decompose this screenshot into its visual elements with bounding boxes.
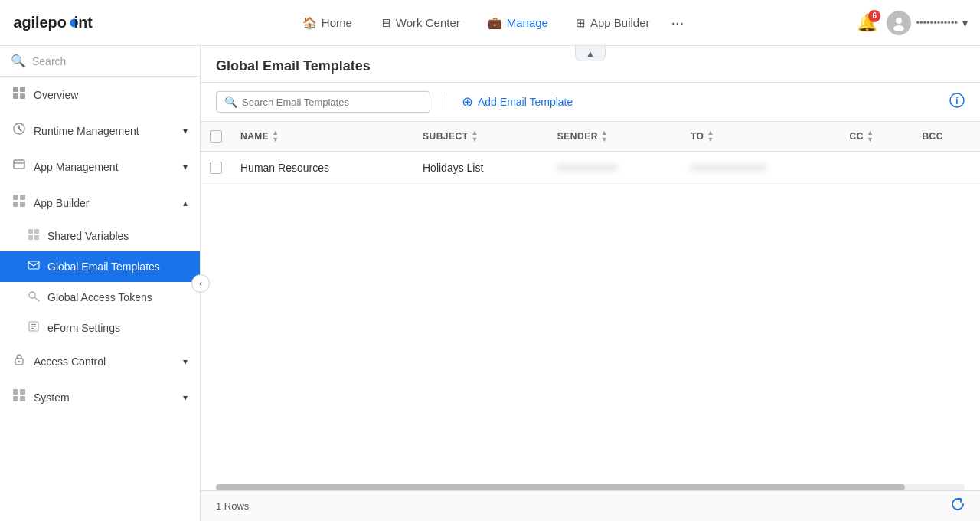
row-checkbox-cell[interactable]	[201, 152, 231, 184]
row-name: Human Resources	[231, 152, 413, 184]
svg-rect-29	[13, 389, 18, 395]
row-sender: ••••••••••••••••	[548, 152, 681, 184]
table-row[interactable]: Human Resources Holidays List ••••••••••…	[201, 152, 980, 184]
runtime-icon	[12, 122, 26, 139]
notification-bell[interactable]: 🔔 6	[857, 13, 877, 33]
svg-rect-15	[20, 202, 25, 207]
nav-links: 🏠 Home 🖥 Work Center 💼 Manage ⊞ App Buil…	[292, 9, 688, 36]
sidebar-item-runtime-management[interactable]: Runtime Management ▾	[0, 113, 200, 149]
search-input[interactable]	[242, 97, 422, 108]
horizontal-scrollbar[interactable]	[216, 484, 965, 490]
svg-rect-18	[28, 235, 33, 240]
sidebar-item-system[interactable]: System ▾	[0, 379, 200, 415]
nav-manage[interactable]: 💼 Manage	[477, 11, 559, 34]
sidebar-item-global-email-templates[interactable]: Global Email Templates	[0, 251, 200, 282]
th-sender[interactable]: SENDER ▲▼	[548, 122, 681, 152]
sidebar-item-app-management[interactable]: App Management ▾	[0, 149, 200, 185]
svg-point-3	[896, 18, 902, 24]
svg-rect-10	[14, 160, 24, 169]
sidebar-access-control-label: Access Control	[34, 356, 106, 368]
top-navigation: agilepo int 🏠 Home 🖥 Work Center 💼 Manag…	[0, 0, 980, 46]
notification-badge: 6	[868, 10, 880, 22]
select-all-checkbox[interactable]	[210, 130, 222, 143]
svg-point-4	[893, 25, 904, 31]
rows-count: 1 Rows	[216, 500, 249, 512]
nav-right: 🔔 6 •••••••••••• ▾	[857, 11, 968, 35]
scrollbar-thumb[interactable]	[216, 484, 905, 490]
svg-rect-32	[20, 396, 25, 401]
sidebar-item-access-control[interactable]: Access Control ▾	[0, 343, 200, 379]
th-to-label: TO	[691, 131, 704, 142]
row-subject: Holidays List	[413, 152, 548, 184]
subject-sort-icon: ▲▼	[472, 129, 479, 143]
svg-point-28	[18, 361, 21, 363]
th-bcc: BCC	[913, 122, 980, 152]
grid-icon: ⊞	[576, 16, 586, 30]
sidebar-item-app-builder[interactable]: App Builder ▴	[0, 185, 200, 221]
nav-appbuilder-label: App Builder	[590, 16, 650, 29]
user-menu-button[interactable]: •••••••••••• ▾	[887, 11, 968, 35]
nav-home[interactable]: 🏠 Home	[292, 11, 363, 34]
th-to[interactable]: TO ▲▼	[681, 122, 841, 152]
nav-appbuilder[interactable]: ⊞ App Builder	[565, 11, 661, 34]
sidebar-system-label: System	[34, 392, 70, 404]
svg-rect-20	[28, 261, 39, 269]
access-tokens-icon	[28, 290, 40, 305]
search-icon: 🔍	[224, 96, 237, 108]
runtime-chevron-icon: ▾	[183, 126, 188, 136]
th-subject-label: SUBJECT	[423, 131, 469, 142]
sidebar-item-shared-variables[interactable]: Shared Variables	[0, 221, 200, 251]
search-input-wrap[interactable]: 🔍	[216, 91, 430, 113]
refresh-button[interactable]	[951, 497, 965, 515]
access-control-icon	[12, 352, 26, 370]
system-icon	[12, 388, 26, 406]
overview-icon	[12, 86, 26, 103]
sidebar-item-global-access-tokens[interactable]: Global Access Tokens	[0, 282, 200, 313]
svg-text:int: int	[74, 14, 93, 31]
th-cc[interactable]: CC ▲▼	[841, 122, 913, 152]
add-icon: ⊕	[462, 93, 473, 110]
user-chevron-icon: ▾	[962, 17, 968, 29]
svg-rect-6	[20, 87, 25, 92]
content-area: ▲ Global Email Templates 🔍 ⊕ Add Email T…	[201, 46, 980, 521]
svg-rect-7	[13, 93, 18, 99]
sidebar-appmanagement-label: App Management	[34, 161, 119, 173]
th-subject[interactable]: SUBJECT ▲▼	[413, 122, 548, 152]
nav-workcenter-label: Work Center	[396, 16, 460, 29]
th-name[interactable]: NAME ▲▼	[231, 122, 413, 152]
sidebar-item-eform-settings[interactable]: eForm Settings	[0, 313, 200, 343]
panel-collapse-toggle[interactable]: ▲	[575, 46, 606, 61]
table-footer: 1 Rows	[201, 490, 980, 521]
svg-rect-17	[34, 229, 39, 234]
sidebar-search[interactable]: 🔍 Search	[0, 46, 200, 77]
logo[interactable]: agilepo int	[12, 9, 104, 37]
app-builder-icon	[12, 194, 26, 211]
nav-home-label: Home	[322, 16, 352, 29]
svg-rect-19	[34, 235, 39, 240]
info-button[interactable]: i	[949, 93, 965, 112]
row-checkbox[interactable]	[210, 162, 222, 174]
sidebar-item-overview[interactable]: Overview	[0, 77, 200, 113]
sidebar-collapse-button[interactable]: ‹	[191, 274, 210, 293]
sidebar-overview-label: Overview	[34, 89, 78, 101]
shared-variables-icon	[28, 228, 40, 244]
system-chevron-icon: ▾	[183, 392, 188, 403]
svg-rect-14	[13, 202, 18, 207]
svg-rect-30	[20, 389, 25, 395]
logo-area: agilepo int	[12, 9, 104, 37]
nav-workcenter[interactable]: 🖥 Work Center	[369, 11, 471, 34]
avatar	[887, 11, 911, 35]
nav-more-button[interactable]: ···	[667, 9, 689, 36]
svg-rect-31	[13, 396, 18, 401]
add-email-template-button[interactable]: ⊕ Add Email Template	[456, 90, 579, 113]
table-header: NAME ▲▼ SUBJECT ▲▼	[201, 122, 980, 152]
th-sender-label: SENDER	[557, 131, 598, 142]
svg-text:agilepo: agilepo	[14, 14, 67, 31]
sidebar-search-label: Search	[32, 55, 66, 67]
sidebar-access-tokens-label: Global Access Tokens	[47, 291, 152, 303]
svg-rect-8	[20, 93, 25, 99]
nav-manage-label: Manage	[507, 16, 548, 29]
search-icon: 🔍	[11, 54, 26, 68]
eform-icon	[28, 320, 40, 336]
sender-sort-icon: ▲▼	[601, 129, 608, 143]
